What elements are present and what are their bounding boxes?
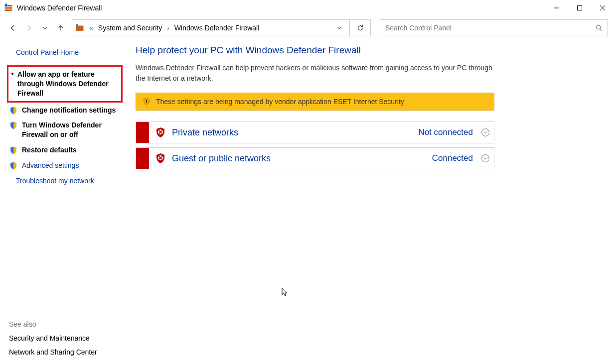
sidebar-link-change-notification[interactable]: Change notification settings bbox=[7, 103, 123, 118]
see-also-security-maintenance[interactable]: Security and Maintenance bbox=[7, 331, 123, 345]
recent-locations-button[interactable] bbox=[38, 21, 52, 35]
sidebar-link-allow-app[interactable]: Allow an app or feature through Windows … bbox=[7, 65, 123, 103]
sidebar-link-label: Allow an app or feature through Windows … bbox=[17, 70, 109, 97]
expand-button[interactable] bbox=[477, 127, 494, 137]
maximize-button[interactable] bbox=[568, 0, 591, 16]
sidebar-link-troubleshoot[interactable]: Troubleshoot my network bbox=[7, 173, 123, 189]
refresh-button[interactable] bbox=[350, 19, 371, 36]
status-accent-bar bbox=[136, 122, 149, 143]
warning-shield-icon: ! bbox=[142, 97, 151, 106]
address-bar[interactable]: « System and Security › Windows Defender… bbox=[72, 19, 350, 36]
svg-point-2 bbox=[597, 25, 601, 29]
banner-text: These settings are being managed by vend… bbox=[156, 98, 404, 106]
see-also-network-sharing[interactable]: Network and Sharing Center bbox=[7, 345, 123, 359]
sidebar-link-label: Turn Windows Defender Firewall on or off bbox=[22, 121, 102, 138]
address-dropdown-button[interactable] bbox=[332, 25, 346, 30]
shield-icon bbox=[9, 161, 18, 170]
network-status: Not connected bbox=[418, 127, 477, 137]
svg-point-5 bbox=[482, 129, 489, 136]
status-accent-bar bbox=[136, 148, 149, 169]
navigation-bar: « System and Security › Windows Defender… bbox=[0, 16, 614, 40]
network-label: Guest or public networks bbox=[172, 153, 432, 164]
titlebar: Windows Defender Firewall bbox=[0, 0, 614, 16]
sidebar-link-label: Change notification settings bbox=[22, 106, 116, 114]
shield-blocked-icon bbox=[154, 152, 166, 164]
minimize-button[interactable] bbox=[545, 0, 568, 16]
sidebar-link-control-panel-home[interactable]: Control Panel Home bbox=[7, 45, 123, 60]
sidebar: Control Panel Home Allow an app or featu… bbox=[0, 40, 130, 364]
shield-icon bbox=[9, 146, 18, 155]
network-status: Connected bbox=[432, 153, 477, 163]
page-description: Windows Defender Firewall can help preve… bbox=[136, 63, 494, 84]
expand-button[interactable] bbox=[477, 153, 494, 163]
breadcrumb-separator-icon: › bbox=[167, 24, 169, 32]
sidebar-link-turn-onoff[interactable]: Turn Windows Defender Firewall on or off bbox=[7, 118, 123, 142]
shield-icon bbox=[9, 106, 18, 115]
public-networks-row[interactable]: Guest or public networks Connected bbox=[136, 147, 494, 169]
main-content: Help protect your PC with Windows Defend… bbox=[130, 40, 614, 364]
bullet-icon bbox=[11, 73, 13, 75]
shield-blocked-icon bbox=[154, 126, 166, 138]
window-title: Windows Defender Firewall bbox=[17, 4, 102, 12]
sidebar-link-restore-defaults[interactable]: Restore defaults bbox=[7, 142, 123, 158]
page-heading: Help protect your PC with Windows Defend… bbox=[136, 45, 599, 56]
breadcrumb-overflow-icon: « bbox=[89, 24, 93, 32]
location-icon bbox=[75, 23, 84, 32]
search-box[interactable] bbox=[380, 19, 608, 36]
svg-point-7 bbox=[482, 155, 489, 162]
managed-by-vendor-banner: ! These settings are being managed by ve… bbox=[136, 93, 494, 111]
sidebar-link-label: Restore defaults bbox=[22, 146, 77, 154]
search-icon bbox=[596, 24, 603, 31]
private-networks-row[interactable]: Private networks Not connected bbox=[136, 121, 494, 143]
close-button[interactable] bbox=[591, 0, 614, 16]
up-button[interactable] bbox=[54, 21, 68, 35]
shield-icon bbox=[9, 121, 18, 130]
sidebar-link-advanced-settings[interactable]: Advanced settings bbox=[7, 158, 123, 173]
svg-rect-0 bbox=[578, 6, 582, 10]
see-also-header: See also bbox=[7, 318, 123, 331]
search-input[interactable] bbox=[385, 24, 596, 32]
forward-button[interactable] bbox=[22, 21, 36, 35]
breadcrumb-segment-1[interactable]: System and Security bbox=[98, 24, 162, 32]
svg-text:!: ! bbox=[146, 99, 148, 104]
breadcrumb-segment-2[interactable]: Windows Defender Firewall bbox=[174, 24, 259, 32]
network-label: Private networks bbox=[172, 127, 418, 138]
sidebar-link-label: Advanced settings bbox=[22, 161, 79, 169]
back-button[interactable] bbox=[6, 21, 20, 35]
firewall-app-icon bbox=[4, 3, 13, 12]
